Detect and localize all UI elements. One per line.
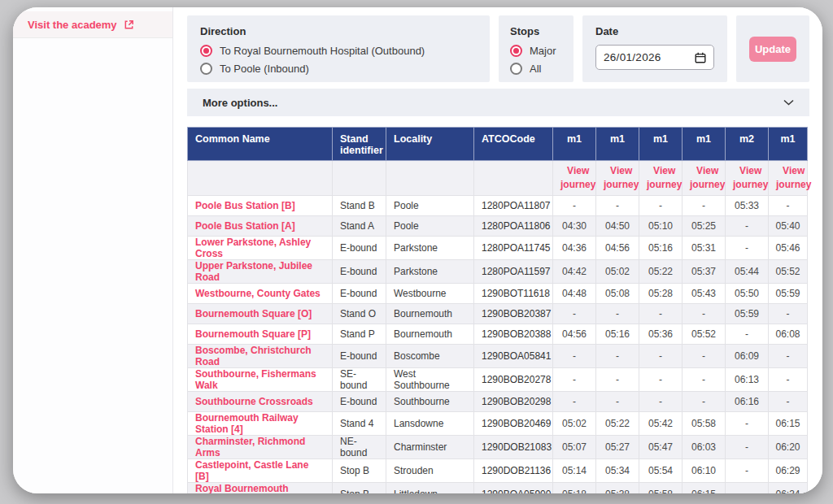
stop-name-link[interactable]: Boscombe, Christchurch Road (195, 345, 312, 367)
stop-name-cell: Royal Bournemouth Hospital [B] (188, 483, 333, 494)
stand-cell: E-bound (333, 260, 386, 284)
view-journey-link[interactable]: View journey (690, 164, 725, 192)
time-cell: 06:29 (769, 459, 808, 483)
view-journey-cell: View journey (769, 161, 808, 196)
view-journey-link[interactable]: View journey (560, 164, 595, 192)
stop-name-link[interactable]: Bournemouth Square [P] (195, 328, 311, 340)
time-cell: 05:34 (596, 459, 639, 483)
time-cell: - (639, 196, 683, 216)
stand-cell: Stand A (333, 216, 386, 237)
view-journey-cell: View journey (639, 161, 683, 196)
stop-name-cell: Poole Bus Station [B] (188, 196, 333, 216)
radio-unselected-icon[interactable] (510, 63, 522, 75)
atco-code-cell: 1280POA11807 (474, 196, 553, 216)
stops-option-major[interactable]: Major (510, 45, 560, 57)
stop-name-link[interactable]: Poole Bus Station [B] (195, 200, 295, 211)
stop-name-link[interactable]: Southbourne Crossroads (195, 396, 313, 407)
time-cell: - (683, 368, 726, 392)
table-row: Royal Bournemouth Hospital [B]Stop BLitt… (188, 483, 808, 494)
time-cell: - (639, 345, 683, 368)
stop-name-link[interactable]: Royal Bournemouth Hospital [B] (195, 483, 289, 493)
time-cell: 06:10 (683, 459, 726, 483)
view-journey-link[interactable]: View journey (647, 164, 682, 192)
column-header: m2 (726, 128, 769, 161)
sidebar-item-academy[interactable]: Visit the academy (13, 11, 172, 38)
time-cell: - (596, 368, 639, 392)
calendar-icon[interactable] (695, 52, 706, 63)
time-cell: 06:09 (726, 345, 769, 368)
timetable-section: Common NameStand identifierLocalityATCOC… (187, 127, 809, 493)
time-cell: - (726, 324, 769, 345)
time-cell: 05:58 (683, 412, 726, 436)
view-journey-link[interactable]: View journey (733, 164, 768, 192)
stand-cell: Stop B (333, 459, 386, 483)
time-cell: 05:08 (596, 284, 639, 304)
date-input[interactable]: 26/01/2026 (595, 45, 714, 70)
time-cell: 05:58 (639, 483, 683, 494)
atco-code-cell: 1290BOT11618 (474, 284, 553, 304)
time-cell: - (683, 196, 726, 216)
time-cell: 05:02 (596, 260, 639, 284)
blank-cell (333, 161, 386, 196)
time-cell: 05:10 (639, 216, 683, 237)
direction-panel: Direction To Royal Bournemouth Hospital … (187, 15, 490, 82)
stop-name-link[interactable]: Poole Bus Station [A] (195, 220, 295, 232)
stop-name-link[interactable]: Southbourne, Fishermans Walk (195, 368, 316, 391)
update-button[interactable]: Update (749, 37, 796, 62)
stand-cell: Stand B (333, 196, 386, 216)
time-cell: - (596, 345, 639, 368)
radio-unselected-icon[interactable] (200, 63, 212, 75)
stop-name-link[interactable]: Bournemouth Square [O] (195, 308, 312, 319)
time-cell: 05:59 (726, 304, 769, 324)
view-journey-link[interactable]: View journey (604, 164, 639, 192)
stop-name-link[interactable]: Bournemouth Railway Station [4] (195, 412, 299, 435)
direction-option-inbound[interactable]: To Poole (Inbound) (200, 63, 477, 75)
stop-name-link[interactable]: Charminster, Richmond Arms (195, 436, 305, 458)
time-cell: - (726, 412, 769, 436)
atco-code-cell: 1280POA11806 (474, 216, 553, 237)
stop-name-link[interactable]: Castlepoint, Castle Lane [B] (195, 459, 308, 482)
stop-name-link[interactable]: Lower Parkstone, Ashley Cross (195, 237, 311, 259)
time-cell: 04:56 (596, 237, 639, 260)
stand-cell: E-bound (333, 392, 386, 412)
time-cell: - (683, 392, 726, 412)
stop-name-link[interactable]: Upper Parkstone, Jubilee Road (195, 260, 312, 283)
time-cell: 04:56 (553, 324, 596, 345)
view-journey-cell: View journey (726, 161, 769, 196)
stand-cell: Stand P (333, 324, 386, 345)
stand-cell: Stand 4 (333, 412, 386, 436)
radio-selected-icon[interactable] (510, 45, 522, 57)
time-cell: 05:18 (553, 483, 596, 494)
locality-cell: West Southbourne (386, 368, 474, 392)
time-cell: 05:16 (596, 324, 639, 345)
view-journey-link[interactable]: View journey (776, 164, 811, 192)
stops-option-label: Major (530, 45, 556, 57)
academy-link[interactable]: Visit the academy (28, 19, 117, 31)
time-cell: - (726, 436, 769, 459)
stops-option-all[interactable]: All (510, 63, 560, 75)
locality-cell: Bournemouth (386, 324, 474, 345)
time-cell: - (639, 392, 683, 412)
stop-name-link[interactable]: Westbourne, County Gates (195, 288, 321, 299)
atco-code-cell: 1290BOB20469 (474, 412, 553, 436)
time-cell: 05:28 (639, 284, 683, 304)
column-header: m1 (639, 128, 683, 161)
time-cell: - (769, 368, 808, 392)
column-header: Common Name (188, 128, 333, 161)
radio-selected-icon[interactable] (200, 45, 212, 57)
column-header: m1 (769, 128, 808, 161)
atco-code-cell: 1290DOB21136 (474, 459, 553, 483)
time-cell: - (726, 483, 769, 494)
more-options-bar[interactable]: More options... (187, 89, 809, 116)
table-row: Bournemouth Square [P]Stand PBournemouth… (188, 324, 808, 345)
time-cell: - (596, 304, 639, 324)
time-cell: 04:36 (553, 237, 596, 260)
direction-option-outbound[interactable]: To Royal Bournemouth Hospital (Outbound) (200, 45, 477, 57)
direction-label: Direction (200, 25, 477, 37)
atco-code-cell: 1290BOA05900 (474, 483, 553, 494)
time-cell: - (726, 237, 769, 260)
time-cell: 05:02 (553, 412, 596, 436)
stops-option-label: All (530, 63, 541, 75)
view-journey-cell: View journey (596, 161, 639, 196)
time-cell: 05:46 (769, 237, 808, 260)
